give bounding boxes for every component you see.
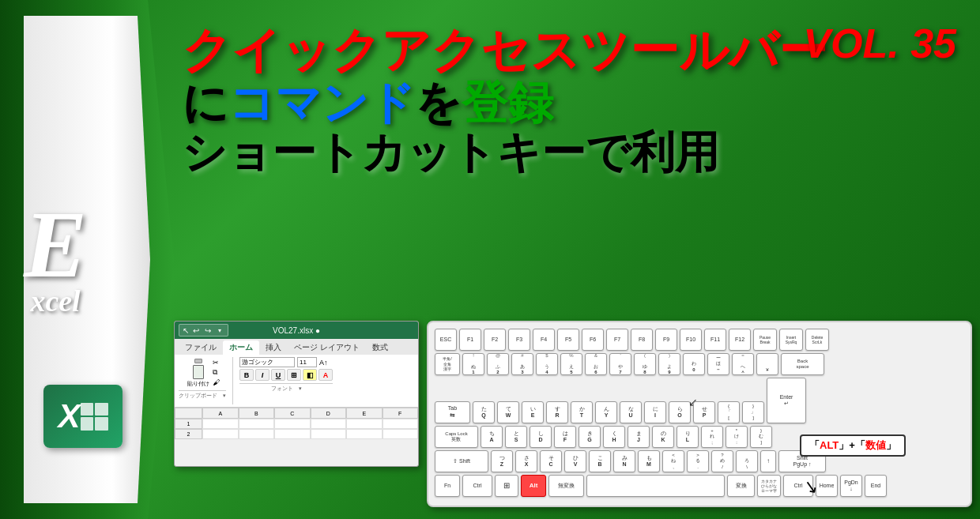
key-3: #あ3 [511, 353, 533, 375]
key-d: しD [530, 426, 552, 448]
key-semicolon: +れ; [701, 426, 723, 448]
quick-access-toolbar: ↖ ↩ ↪ ▾ [179, 324, 228, 337]
key-z: つZ [491, 450, 513, 472]
copy-button[interactable]: ⧉ [213, 368, 220, 377]
underline-button[interactable]: U [271, 369, 285, 381]
key-h: くH [603, 426, 625, 448]
vol-number: VOL. 35 [803, 20, 956, 67]
paste-doc [193, 365, 204, 379]
paste-button[interactable]: 貼り付け [186, 357, 211, 389]
border-button[interactable]: ⊞ [287, 369, 301, 381]
format-painter-button[interactable]: 🖌 [213, 378, 220, 386]
number-key-row: 半角/全角漢字 !ぬ1 @ふ2 #あ3 $う4 %え5 &お6 'や7 (ゆ8 … [435, 353, 964, 375]
key-8: (ゆ8 [634, 353, 656, 375]
key-o: らO ↙ [669, 401, 691, 423]
more-icon: ▾ [215, 325, 224, 335]
key-f11: F11 [704, 329, 726, 351]
tab-home[interactable]: ホーム [223, 340, 259, 355]
key-enter: Enter↵ [767, 378, 806, 423]
key-e: いE [522, 401, 544, 423]
col-header-e: E [346, 408, 383, 419]
paste-clip [194, 359, 202, 363]
tab-page-layout[interactable]: ページ レイアウト [288, 340, 366, 355]
key-close-bracket: }む] [750, 426, 772, 448]
title-wo: を [415, 77, 462, 128]
key-1: !ぬ1 [462, 353, 484, 375]
key-alt: Alt [521, 475, 546, 497]
bottom-key-row: Fn Ctrl ⊞ Alt 無変換 変換 カタカナひらがなローマ字 Ctrl H… [435, 475, 964, 497]
key-backspace: Backspace [781, 353, 824, 375]
key-tab: Tab⇆ [435, 401, 470, 423]
italic-button[interactable]: I [255, 369, 270, 381]
cell-f1[interactable] [383, 419, 419, 429]
key-b: こB [589, 450, 611, 472]
key-delete: DeleteScrLk [805, 329, 829, 351]
cell-b1[interactable] [239, 419, 275, 429]
cell-e2[interactable] [346, 429, 383, 439]
title-register: 登録 [462, 77, 553, 128]
key-f4: F4 [533, 329, 555, 351]
key-bracket-right: }」] [742, 401, 764, 423]
key-backslash: ろ\ [736, 450, 758, 472]
font-color-button[interactable]: A [318, 369, 333, 381]
key-pgdn: PgDn↓ [840, 475, 862, 497]
key-k: のK [652, 426, 674, 448]
excel-screenshot: ↖ ↩ ↪ ▾ VOL27.xlsx ● ファイル ホーム 挿入 ページ レイア… [174, 321, 419, 467]
cell-a1[interactable] [202, 419, 239, 429]
cell-area: A B C D E F 1 2 [175, 408, 418, 439]
key-f1: F1 [459, 329, 481, 351]
tab-insert[interactable]: 挿入 [259, 340, 288, 355]
key-f7: F7 [606, 329, 628, 351]
cut-copy-btns: ✂ ⧉ 🖌 [213, 359, 220, 386]
cell-d1[interactable] [311, 419, 347, 429]
cut-button[interactable]: ✂ [213, 359, 220, 367]
fill-button[interactable]: ◧ [303, 369, 317, 381]
key-muhenkan: 無変換 [548, 475, 584, 497]
spreadsheet-grid: A B C D E F 1 2 [175, 408, 418, 439]
key-u: なU [620, 401, 642, 423]
key-c: そC [540, 450, 562, 472]
key-esc: ESC [435, 329, 457, 351]
excel-titlebar: ↖ ↩ ↪ ▾ VOL27.xlsx ● [175, 322, 418, 339]
key-f6: F6 [582, 329, 604, 351]
title-ni: に [182, 77, 228, 128]
excel-filename: VOL27.xlsx ● [273, 326, 320, 335]
cell-c1[interactable] [274, 419, 311, 429]
key-a: ちA [481, 426, 503, 448]
numval-text-red: 数値 [865, 439, 886, 451]
key-l: りL [677, 426, 699, 448]
paste-label: 貼り付け [187, 380, 209, 388]
cell-d2[interactable] [311, 429, 347, 439]
key-5: %え5 [560, 353, 582, 375]
key-f5: F5 [557, 329, 579, 351]
key-r: すR [546, 401, 568, 423]
key-f12: F12 [729, 329, 751, 351]
font-size-input[interactable] [297, 357, 317, 367]
font-name-input[interactable] [239, 357, 295, 367]
cell-f2[interactable] [383, 429, 419, 439]
tab-file[interactable]: ファイル [179, 340, 223, 355]
grow-font-button[interactable]: A↑ [319, 359, 328, 367]
bottom-content-area: ↖ ↩ ↪ ▾ VOL27.xlsx ● ファイル ホーム 挿入 ページ レイア… [174, 321, 972, 507]
key-hankaku: 半角/全角漢字 [435, 353, 460, 375]
key-minus: ーほ− [707, 353, 729, 375]
tab-formula[interactable]: 数式 [366, 340, 394, 355]
cell-b2[interactable] [239, 429, 275, 439]
key-windows: ⊞ [495, 475, 518, 497]
cell-c2[interactable] [274, 429, 311, 439]
key-comma: <ね, [662, 450, 684, 472]
qwerty-row: Tab⇆ たQ てW いE すR かT んY なU にI らO ↙ せP {「[… [435, 378, 964, 423]
cell-e1[interactable] [346, 419, 383, 429]
key-bracket-left: {「[ [718, 401, 740, 423]
bold-button[interactable]: B [239, 369, 254, 381]
key-p: せP [693, 401, 715, 423]
cell-a2[interactable] [202, 429, 239, 439]
key-ctrl-left: Ctrl [462, 475, 492, 497]
function-key-row: ESC F1 F2 F3 F4 F5 F6 F7 F8 F9 F10 F11 F… [435, 329, 964, 351]
key-period: >る. [687, 450, 709, 472]
key-f2: F2 [484, 329, 506, 351]
row-header-2: 2 [175, 429, 202, 439]
main-container: E xcel X VOL. 35 クイックアクセスツールバー にコマンドを登録 … [0, 0, 980, 519]
cursor-icon: ↖ [183, 326, 189, 335]
key-2: @ふ2 [487, 353, 509, 375]
